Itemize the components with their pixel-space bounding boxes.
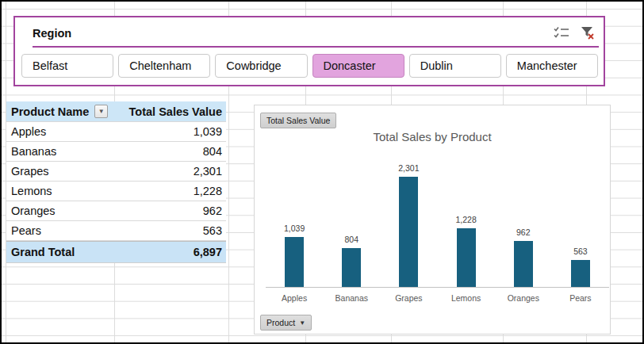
pivot-value-cell: 1,228 <box>194 185 222 197</box>
pivot-product-cell: Apples <box>11 125 46 138</box>
pivot-header-row: Product Name ▼ Total Sales Value <box>6 101 226 122</box>
slicer-item-doncaster[interactable]: Doncaster <box>312 54 404 78</box>
multi-select-icon[interactable] <box>553 26 570 40</box>
pivot-product-cell: Oranges <box>11 204 56 217</box>
pivot-body: Apples1,039Bananas804Grapes2,301Lemons1,… <box>6 122 226 241</box>
bar-apples[interactable] <box>285 237 304 287</box>
bar-lemons[interactable] <box>457 228 476 287</box>
slicer-item-cheltenham[interactable]: Cheltenham <box>118 54 210 78</box>
value-field-button-label: Total Sales Value <box>266 116 330 125</box>
pivot-chart[interactable]: Total Sales Value Total Sales by Product… <box>254 105 611 334</box>
bar-grapes[interactable] <box>399 177 418 287</box>
pivot-value-cell: 563 <box>203 224 222 237</box>
grand-total-value: 6,897 <box>194 246 222 258</box>
region-slicer[interactable]: Region BelfastCheltenhamCowbridgeDoncast… <box>13 16 605 86</box>
category-label-apples: Apples <box>266 293 323 303</box>
category-label-lemons: Lemons <box>438 293 495 303</box>
pivot-grand-total-row[interactable]: Grand Total 6,897 <box>6 241 226 263</box>
category-label-bananas: Bananas <box>323 293 380 303</box>
slicer-title: Region <box>33 27 71 40</box>
pivot-row-apples[interactable]: Apples1,039 <box>6 122 226 142</box>
data-label-bananas: 804 <box>323 235 380 244</box>
pivot-row-pears[interactable]: Pears563 <box>6 221 226 241</box>
pivot-value-cell: 962 <box>203 204 222 217</box>
pivot-product-cell: Bananas <box>11 145 56 158</box>
data-label-lemons: 1,228 <box>438 215 495 224</box>
pivot-table: Product Name ▼ Total Sales Value Apples1… <box>6 101 226 263</box>
data-label-grapes: 2,301 <box>380 163 437 173</box>
slicer-separator <box>33 46 599 48</box>
slicer-item-manchester[interactable]: Manchester <box>506 54 598 78</box>
pivot-value-cell: 2,301 <box>194 165 222 178</box>
bar-bananas[interactable] <box>342 248 361 287</box>
pivot-header-value-label: Total Sales Value <box>129 105 222 118</box>
pivot-row-lemons[interactable]: Lemons1,228 <box>6 182 226 201</box>
slicer-header: Region <box>15 17 604 44</box>
axis-field-button[interactable]: Product ▼ <box>260 315 312 331</box>
filter-dropdown-icon[interactable]: ▼ <box>94 105 108 118</box>
category-label-oranges: Oranges <box>495 293 552 303</box>
pivot-header-value[interactable]: Total Sales Value <box>114 105 226 118</box>
axis-field-button-label: Product <box>266 318 295 327</box>
pivot-header-product-label: Product Name <box>11 105 89 118</box>
chart-title: Total Sales by Product <box>255 130 610 143</box>
slicer-item-belfast[interactable]: Belfast <box>21 54 113 78</box>
grand-total-label: Grand Total <box>11 246 75 258</box>
pivot-value-cell: 804 <box>203 145 222 158</box>
pivot-header-product[interactable]: Product Name ▼ <box>6 105 114 118</box>
data-label-pears: 563 <box>552 247 609 256</box>
category-axis-line <box>266 287 609 288</box>
slicer-button-list: BelfastCheltenhamCowbridgeDoncasterDubli… <box>21 54 598 78</box>
pivot-product-cell: Pears <box>11 224 41 237</box>
bar-oranges[interactable] <box>514 241 533 287</box>
excel-worksheet: Region BelfastCheltenhamCowbridgeDoncast… <box>0 0 644 344</box>
data-label-oranges: 962 <box>495 227 552 237</box>
value-field-button[interactable]: Total Sales Value <box>260 113 336 128</box>
slicer-item-dublin[interactable]: Dublin <box>409 54 501 78</box>
chevron-down-icon: ▼ <box>299 319 305 327</box>
slicer-item-cowbridge[interactable]: Cowbridge <box>215 54 307 78</box>
pivot-row-bananas[interactable]: Bananas804 <box>6 142 226 162</box>
category-label-grapes: Grapes <box>380 293 437 303</box>
clear-filter-icon[interactable] <box>580 25 596 41</box>
pivot-product-cell: Lemons <box>11 185 52 197</box>
bar-pears[interactable] <box>571 260 590 287</box>
pivot-value-cell: 1,039 <box>194 125 222 138</box>
data-label-apples: 1,039 <box>266 224 323 233</box>
pivot-row-oranges[interactable]: Oranges962 <box>6 201 226 221</box>
pivot-row-grapes[interactable]: Grapes2,301 <box>6 162 226 182</box>
category-label-pears: Pears <box>552 293 609 303</box>
pivot-product-cell: Grapes <box>11 165 49 178</box>
